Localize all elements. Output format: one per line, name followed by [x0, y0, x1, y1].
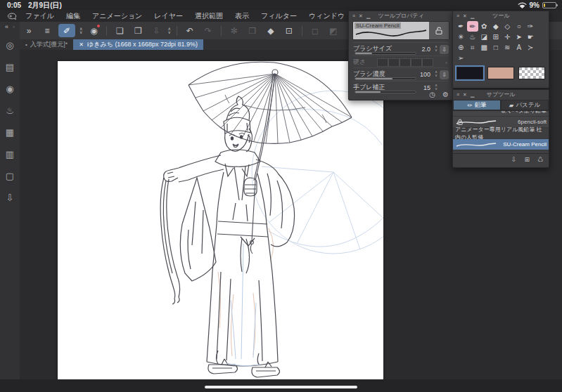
redo-button[interactable]: ↷ [201, 24, 215, 37]
lock-icon [457, 119, 463, 125]
subtool-tab-0[interactable]: ✏鉛筆 [453, 100, 501, 110]
works-gallery-button[interactable]: ◉ [87, 24, 101, 37]
palette-menu-icon[interactable]: ≡ [352, 13, 355, 19]
palette-menu-icon[interactable]: ≡ [456, 92, 459, 98]
processing-icon[interactable]: ✻ [227, 24, 241, 37]
tab-nyugakushiki[interactable]: • 入学式[復元]* [20, 39, 73, 50]
dock-expand-icon[interactable]: › [13, 23, 15, 30]
close-tab-icon[interactable]: ✕ [79, 41, 84, 48]
palette-close-icon[interactable]: ✕ [359, 13, 363, 19]
object-tool[interactable]: ➤ [513, 32, 525, 42]
fill-tool[interactable]: ◪ [478, 32, 490, 42]
blend-tool[interactable]: ○ [513, 21, 525, 32]
ruler-tool[interactable]: ≋ [502, 42, 513, 53]
brush-size-row: ブラシサイズ 2.0 ∧∨ ⇩ [353, 42, 449, 55]
tone-tool[interactable]: ⌗ [467, 42, 479, 53]
pen-mode-chevrons[interactable]: ∧∨ [79, 27, 82, 34]
canvas-frame-button[interactable]: ⊡ [282, 24, 296, 37]
brush-tool[interactable]: ◆ [490, 21, 502, 32]
pen-mode-button[interactable]: ✐ [58, 24, 75, 37]
main-menu-icon[interactable]: ≡ [40, 24, 54, 37]
deselect-button[interactable]: ◻ [308, 24, 322, 37]
density-value[interactable]: 100 [420, 71, 430, 78]
text-tool[interactable]: A [513, 42, 525, 53]
subtool-tab-1[interactable]: ▰パステル [501, 100, 549, 110]
decoration-tool[interactable]: ✿ [478, 21, 490, 32]
fill-tool-button[interactable]: ◆ [264, 24, 278, 37]
density-spinner[interactable]: ∧∨ [435, 70, 438, 77]
chevron-down-icon: ∨ [167, 31, 170, 34]
current-brush-tile[interactable]: SU-Cream Pencil [352, 21, 449, 40]
main-color-swatch[interactable] [456, 67, 483, 79]
home-indicator[interactable] [205, 386, 357, 388]
stabilization-slider[interactable] [355, 91, 416, 93]
subtool-item-2[interactable]: アニメーター専用リアル風鉛筆 社内の人監修 [453, 128, 549, 139]
unlock-icon[interactable] [435, 27, 442, 34]
zoom-tool[interactable]: ⊕ [455, 42, 467, 53]
materials-icon[interactable]: ▥ [4, 148, 16, 161]
density-slider[interactable] [355, 77, 416, 80]
download-subtool-icon[interactable]: ⇩ [511, 156, 517, 163]
eraser-tool[interactable]: ◇ [502, 21, 513, 32]
brush-size-spinner[interactable]: ∧∨ [435, 45, 438, 52]
tab-yukimichi[interactable]: ✕ ゆきみち (1668 x 1668px 72dpi 81.9%) [73, 39, 203, 50]
transparent-color-swatch[interactable] [518, 67, 545, 79]
palette-close-icon[interactable]: ✕ [463, 13, 467, 19]
brush-size-download-icon[interactable]: ⇩ [440, 45, 449, 54]
navigator-icon[interactable]: ◉ [4, 83, 16, 96]
brush-size-value[interactable]: 2.0 [421, 46, 430, 53]
undo-button[interactable]: ↶ [183, 24, 197, 37]
airbrush-tool[interactable]: ♨ [467, 32, 479, 42]
effect-tool[interactable]: ✳ [455, 32, 467, 42]
subtool-item-0[interactable]: 硬くベタ塗り鉛筆 [453, 110, 549, 117]
eyedropper-tool[interactable]: ✑ [525, 21, 537, 32]
drawing-canvas[interactable] [58, 61, 383, 379]
menu-item-6[interactable]: フィルター [261, 12, 297, 20]
density-download-icon[interactable]: ⇩ [440, 70, 449, 79]
download-folder-icon[interactable]: ⇩ [4, 192, 16, 204]
subtool-item-3[interactable]: SU-Cream Pencil [453, 139, 549, 150]
detail-settings-icon[interactable]: ⚙ [442, 91, 449, 98]
save-chevrons[interactable]: ∧∨ [167, 27, 170, 34]
select-arrow-tool[interactable]: ➢ [455, 53, 467, 63]
dock-collapse-icon[interactable]: « [5, 23, 8, 30]
delete-subtool-icon[interactable]: ♺ [537, 156, 543, 163]
gradient-tool[interactable]: ▩ [478, 42, 490, 53]
expand-toolbar-icon[interactable]: » [22, 24, 36, 37]
open-file-button[interactable]: ❐ [131, 24, 145, 37]
menu-item-3[interactable]: レイヤー [154, 12, 183, 20]
layers-icon[interactable]: ▤ [4, 61, 16, 74]
polyline-tool[interactable]: ≻ [525, 42, 537, 53]
stabilization-spinner[interactable]: ∧∨ [435, 84, 438, 91]
new-canvas-button[interactable]: ❏ [113, 24, 127, 37]
sub-color-swatch[interactable] [487, 67, 514, 79]
menu-item-7[interactable]: ウィンドウ [309, 12, 345, 20]
move-tool[interactable]: ✛ [502, 32, 513, 42]
save-button[interactable]: ⇩ [149, 24, 163, 37]
palette-menu-icon[interactable]: ≡ [456, 13, 459, 19]
duplicate-subtool-icon[interactable]: ⊞ [524, 156, 530, 163]
timeline-icon[interactable]: ▦ [4, 126, 16, 139]
menu-item-1[interactable]: 編集 [66, 12, 80, 20]
quick-access-icon[interactable]: ◎ [4, 39, 16, 52]
tool-palette: ≡ ✕ ▁ ツール ✒✏✿◆◇○✑✳♨◪⊞✛➤☛⊕⌗▩□≋A≻➢ [452, 11, 549, 89]
menu-item-4[interactable]: 選択範囲 [195, 12, 223, 20]
menu-item-0[interactable]: ファイル [25, 12, 54, 20]
menu-item-5[interactable]: 表示 [235, 12, 249, 20]
snapshot-button[interactable]: ❒ [245, 24, 260, 37]
history-icon[interactable]: ◷ [429, 91, 435, 98]
layer-property-icon[interactable]: ▢ [4, 170, 16, 183]
battery-percent: 9% [530, 1, 539, 9]
color-history-icon[interactable]: ♨ [4, 105, 16, 117]
invert-selection-button[interactable]: ◩ [326, 24, 340, 37]
figure-tool[interactable]: □ [490, 42, 502, 53]
brush-size-slider[interactable] [355, 52, 416, 55]
hand-tool[interactable]: ☛ [525, 32, 537, 42]
pencil-tool[interactable]: ✏ [467, 21, 479, 32]
hardness-expand-icon[interactable]: › [445, 60, 447, 66]
palette-close-icon[interactable]: ✕ [463, 92, 467, 98]
menu-item-2[interactable]: アニメーション [92, 12, 142, 20]
frame-tool[interactable]: ⊞ [490, 32, 502, 42]
pen-tool[interactable]: ✒ [455, 21, 467, 32]
clip-studio-logo-icon[interactable] [7, 13, 17, 20]
